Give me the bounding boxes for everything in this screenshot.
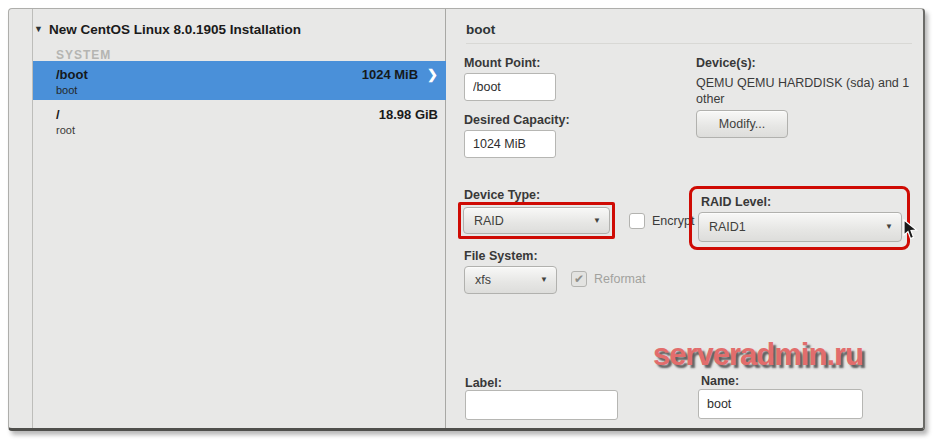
partition-mountpoint: / — [56, 106, 75, 123]
modify-button-label: Modify... — [719, 117, 765, 131]
installation-tree-expander[interactable]: ▼ New CentOS Linux 8.0.1905 Installation — [34, 22, 301, 37]
device-type-dropdown[interactable]: RAID ▼ — [463, 207, 610, 234]
dropdown-arrow-icon: ▼ — [885, 223, 893, 231]
encrypt-label: Encrypt — [652, 214, 694, 228]
mount-point-label: Mount Point: — [464, 56, 540, 70]
installation-title: New CentOS Linux 8.0.1905 Installation — [49, 22, 301, 37]
partition-mountpoint: /boot — [56, 66, 88, 83]
devices-value: QEMU QEMU HARDDISK (sda) and 1 other — [696, 75, 928, 107]
dropdown-arrow-icon: ▼ — [540, 276, 548, 284]
mouse-cursor-icon — [903, 219, 918, 240]
expander-down-icon: ▼ — [34, 25, 43, 34]
partition-row-boot[interactable]: /boot boot 1024 MiB ❯ — [33, 61, 446, 100]
row-spacer — [88, 66, 362, 100]
partition-labels: / root — [56, 106, 75, 141]
file-system-dropdown[interactable]: xfs ▼ — [464, 266, 557, 294]
detail-title: boot — [466, 22, 495, 37]
desired-capacity-label: Desired Capacity: — [464, 113, 570, 127]
title-divider — [466, 43, 912, 44]
reformat-checkbox-group: ✔ Reformat — [571, 271, 645, 287]
raid-level-value: RAID1 — [709, 220, 746, 234]
name-field-label: Name: — [701, 374, 739, 388]
device-type-value: RAID — [474, 214, 504, 228]
raid-level-dropdown[interactable]: RAID1 ▼ — [698, 212, 902, 242]
partition-list-panel: ▼ New CentOS Linux 8.0.1905 Installation… — [9, 9, 446, 428]
chevron-right-icon: ❯ — [427, 66, 438, 100]
modify-button[interactable]: Modify... — [696, 110, 788, 138]
partition-row-root[interactable]: / root 18.98 GiB — [33, 101, 446, 141]
file-system-label: File System: — [464, 249, 538, 263]
partition-size: 1024 MiB — [362, 66, 418, 100]
file-system-value: xfs — [475, 273, 491, 287]
reformat-label: Reformat — [594, 272, 645, 286]
mount-point-input[interactable] — [464, 73, 556, 101]
checkmark-icon: ✔ — [574, 273, 584, 285]
desired-capacity-input[interactable] — [464, 130, 556, 158]
name-input[interactable] — [698, 389, 863, 419]
installer-window: ▼ New CentOS Linux 8.0.1905 Installation… — [8, 8, 925, 431]
partition-size: 18.98 GiB — [379, 106, 438, 141]
system-section-label: SYSTEM — [56, 48, 111, 62]
reformat-checkbox: ✔ — [571, 271, 587, 287]
partition-labels: /boot boot — [56, 66, 88, 100]
partition-name: root — [56, 123, 75, 137]
raid-level-label: RAID Level: — [701, 195, 771, 209]
partition-details-panel: boot Mount Point: Device(s): QEMU QEMU H… — [447, 9, 926, 428]
label-input[interactable] — [465, 390, 618, 420]
dropdown-arrow-icon: ▼ — [593, 217, 601, 225]
encrypt-checkbox[interactable] — [629, 213, 645, 229]
device-type-label: Device Type: — [464, 188, 540, 202]
row-spacer — [75, 106, 379, 141]
label-field-label: Label: — [465, 376, 502, 390]
partition-name: boot — [56, 83, 88, 97]
devices-label: Device(s): — [696, 56, 756, 70]
encrypt-checkbox-group[interactable]: Encrypt — [629, 213, 694, 229]
watermark-text: serveradmin.ru — [643, 337, 873, 373]
